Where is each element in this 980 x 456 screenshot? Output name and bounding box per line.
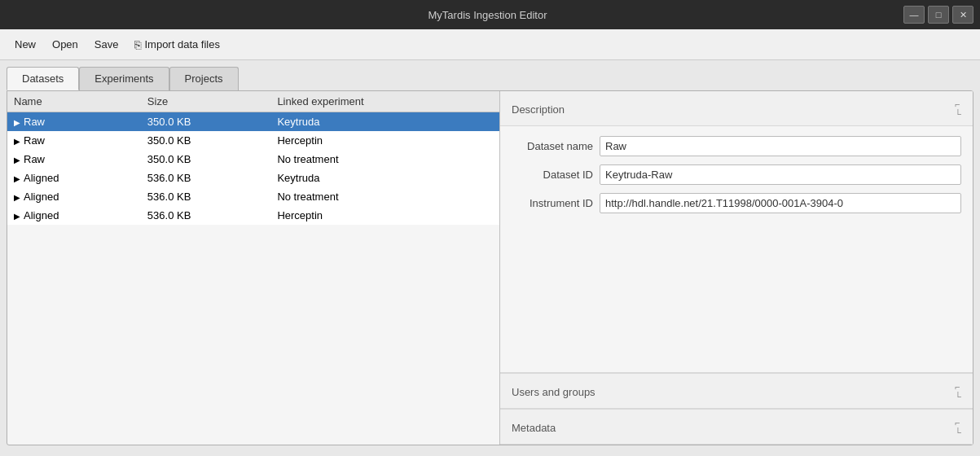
dataset-id-input[interactable] <box>600 164 961 185</box>
save-menu-item[interactable]: Save <box>88 35 125 54</box>
dataset-name-row: Dataset name <box>512 136 961 156</box>
row-name: ▶Aligned <box>7 187 141 206</box>
menu-bar: New Open Save ⎘ Import data files <box>0 29 980 60</box>
table-row[interactable]: ▶Aligned 536.0 KB Herceptin <box>7 206 499 225</box>
col-header-name: Name <box>7 91 141 112</box>
row-size: 350.0 KB <box>141 131 271 150</box>
import-menu-item[interactable]: ⎘ Import data files <box>128 35 226 55</box>
row-expand-arrow: ▶ <box>14 174 20 183</box>
table-row[interactable]: ▶Aligned 536.0 KB No treatment <box>7 187 499 206</box>
users-groups-section: Users and groups ⌐└ <box>500 373 973 409</box>
dataset-list-panel: Name Size Linked experiment ▶Raw 350.0 K… <box>7 91 500 445</box>
row-experiment: No treatment <box>270 150 499 169</box>
metadata-collapse-icon: ⌐└ <box>955 418 961 437</box>
table-row[interactable]: ▶Raw 350.0 KB No treatment <box>7 150 499 169</box>
open-menu-item[interactable]: Open <box>46 35 85 54</box>
row-size: 536.0 KB <box>141 187 271 206</box>
instrument-id-label: Instrument ID <box>512 197 593 209</box>
users-groups-header[interactable]: Users and groups ⌐└ <box>500 374 973 409</box>
table-row[interactable]: ▶Raw 350.0 KB Keytruda <box>7 112 499 132</box>
row-experiment: Keytruda <box>270 169 499 187</box>
description-section-label: Description <box>512 103 565 116</box>
content-panel: Name Size Linked experiment ▶Raw 350.0 K… <box>7 90 973 445</box>
row-name: ▶Raw <box>7 150 141 169</box>
maximize-button[interactable]: □ <box>928 6 949 24</box>
row-expand-arrow: ▶ <box>14 137 20 146</box>
main-content: Datasets Experiments Projects Name Size … <box>0 60 980 456</box>
dataset-id-label: Dataset ID <box>512 169 593 181</box>
row-size: 350.0 KB <box>141 112 271 132</box>
row-size: 350.0 KB <box>141 150 271 169</box>
row-expand-arrow: ▶ <box>14 193 20 202</box>
metadata-label: Metadata <box>512 422 556 434</box>
dataset-name-label: Dataset name <box>512 140 593 152</box>
dataset-table: Name Size Linked experiment ▶Raw 350.0 K… <box>7 91 499 225</box>
description-spacer <box>512 221 961 362</box>
tab-bar: Datasets Experiments Projects <box>7 67 973 90</box>
description-content: Dataset name Dataset ID Instrument ID <box>500 126 973 373</box>
row-experiment: Herceptin <box>270 206 499 225</box>
details-panel: Description ⌐└ Dataset name Dataset ID I… <box>500 91 973 445</box>
col-header-experiment: Linked experiment <box>270 91 499 112</box>
row-experiment: Herceptin <box>270 131 499 150</box>
table-row[interactable]: ▶Aligned 536.0 KB Keytruda <box>7 169 499 187</box>
import-icon: ⎘ <box>134 38 141 51</box>
title-bar: MyTardis Ingestion Editor — □ ✕ <box>0 0 980 29</box>
row-size: 536.0 KB <box>141 169 271 187</box>
minimize-button[interactable]: — <box>903 6 925 24</box>
row-name: ▶Aligned <box>7 169 141 187</box>
close-button[interactable]: ✕ <box>952 6 973 24</box>
row-name: ▶Raw <box>7 112 141 132</box>
row-expand-arrow: ▶ <box>14 212 20 221</box>
row-name: ▶Aligned <box>7 206 141 225</box>
dataset-name-input[interactable] <box>600 136 961 156</box>
dataset-id-row: Dataset ID <box>512 164 961 185</box>
row-expand-arrow: ▶ <box>14 118 20 127</box>
row-expand-arrow: ▶ <box>14 156 20 164</box>
col-header-size: Size <box>141 91 271 112</box>
instrument-id-row: Instrument ID <box>512 193 961 213</box>
window-title: MyTardis Ingestion Editor <box>72 9 903 21</box>
tab-experiments[interactable]: Experiments <box>79 67 169 90</box>
metadata-section: Metadata ⌐└ <box>500 409 973 445</box>
users-groups-collapse-icon: ⌐└ <box>955 382 961 401</box>
window-controls: — □ ✕ <box>903 6 973 24</box>
description-section-header[interactable]: Description ⌐└ <box>500 91 973 126</box>
metadata-header[interactable]: Metadata ⌐└ <box>500 410 973 445</box>
tab-datasets[interactable]: Datasets <box>7 67 79 90</box>
tab-projects[interactable]: Projects <box>169 67 239 90</box>
instrument-id-input[interactable] <box>600 193 961 213</box>
new-menu-item[interactable]: New <box>8 35 42 54</box>
row-experiment: No treatment <box>270 187 499 206</box>
row-experiment: Keytruda <box>270 112 499 132</box>
table-row[interactable]: ▶Raw 350.0 KB Herceptin <box>7 131 499 150</box>
import-label: Import data files <box>144 38 220 50</box>
row-name: ▶Raw <box>7 131 141 150</box>
users-groups-label: Users and groups <box>512 386 595 398</box>
description-collapse-icon: ⌐└ <box>955 99 961 119</box>
row-size: 536.0 KB <box>141 206 271 225</box>
